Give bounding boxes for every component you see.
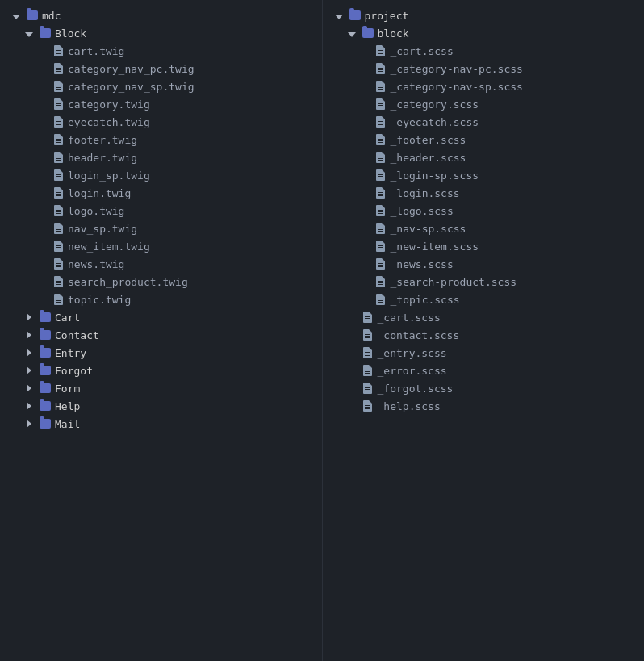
tree-item-_footer_scss[interactable]: _footer.scss xyxy=(323,131,645,149)
chevron-right-icon xyxy=(23,346,36,359)
tree-item-_eyecatch_scss[interactable]: _eyecatch.scss xyxy=(323,113,645,131)
tree-item-_cart_scss[interactable]: _cart.scss xyxy=(323,42,645,60)
folder-icon xyxy=(39,328,52,341)
tree-item-project[interactable]: project xyxy=(323,6,645,24)
item-label-footer_twig: footer.twig xyxy=(68,134,137,146)
tree-item-_login_scss[interactable]: _login.scss xyxy=(323,184,645,202)
chevron-right-icon xyxy=(23,328,36,341)
chevron-down-icon xyxy=(332,9,345,22)
tree-item-forgot_folder[interactable]: Forgot xyxy=(0,362,322,379)
tree-item-footer_twig[interactable]: footer.twig xyxy=(0,131,322,149)
tree-item-logo_twig[interactable]: logo.twig xyxy=(0,202,322,220)
tree-item-help_folder[interactable]: Help xyxy=(0,397,322,415)
file-icon xyxy=(374,222,387,235)
tree-item-cart_folder[interactable]: Cart xyxy=(0,308,322,326)
tree-item-_nav_sp_scss[interactable]: _nav-sp.scss xyxy=(323,220,645,237)
item-label-category_nav_sp_twig: category_nav_sp.twig xyxy=(68,81,194,93)
item-label-mail_folder: Mail xyxy=(55,418,80,430)
file-icon xyxy=(52,151,65,164)
tree-item-_logo_scss[interactable]: _logo.scss xyxy=(323,202,645,220)
folder-icon xyxy=(39,346,52,359)
file-icon xyxy=(374,293,387,306)
tree-item-mail_folder[interactable]: Mail xyxy=(0,415,322,433)
item-label-_cart_scss: _cart.scss xyxy=(391,45,454,57)
item-label-form_folder: Form xyxy=(55,383,80,395)
item-label-cart_twig: cart.twig xyxy=(68,45,124,57)
tree-item-_search_product_scss[interactable]: _search-product.scss xyxy=(323,273,645,291)
tree-item-news_twig[interactable]: news.twig xyxy=(0,255,322,273)
tree-item-_cart_scss_r[interactable]: _cart.scss xyxy=(323,308,645,326)
file-icon xyxy=(374,115,387,128)
tree-item-contact_folder[interactable]: Contact xyxy=(0,326,322,344)
item-label-_nav_sp_scss: _nav-sp.scss xyxy=(391,223,466,235)
tree-item-new_item_twig[interactable]: new_item.twig xyxy=(0,237,322,255)
file-icon xyxy=(362,311,374,324)
item-label-mdc: mdc xyxy=(42,10,61,22)
file-icon xyxy=(374,204,387,217)
tree-item-_error_scss[interactable]: _error.scss xyxy=(323,362,645,379)
item-label-contact_folder: Contact xyxy=(55,329,99,341)
file-icon xyxy=(52,293,65,306)
tree-item-nav_sp_twig[interactable]: nav_sp.twig xyxy=(0,220,322,237)
item-label-category_twig: category.twig xyxy=(68,98,150,111)
tree-item-login_twig[interactable]: login.twig xyxy=(0,184,322,202)
tree-item-_login_sp_scss[interactable]: _login-sp.scss xyxy=(323,166,645,184)
file-icon xyxy=(374,240,387,253)
folder-icon xyxy=(39,417,52,430)
tree-item-_category_scss[interactable]: _category.scss xyxy=(323,95,645,113)
tree-item-_forgot_scss[interactable]: _forgot.scss xyxy=(323,379,645,397)
tree-item-cart_twig[interactable]: cart.twig xyxy=(0,42,322,60)
file-icon xyxy=(52,98,65,111)
item-label-_category_nav_pc_scss: _category-nav-pc.scss xyxy=(391,63,523,75)
item-label-forgot_folder: Forgot xyxy=(55,365,93,377)
tree-item-eyecatch_twig[interactable]: eyecatch.twig xyxy=(0,113,322,131)
chevron-right-icon xyxy=(23,364,36,377)
folder-icon xyxy=(362,27,374,40)
tree-item-category_nav_sp_twig[interactable]: category_nav_sp.twig xyxy=(0,77,322,95)
tree-item-block[interactable]: Block xyxy=(0,24,322,42)
item-label-_header_scss: _header.scss xyxy=(391,152,466,164)
tree-item-mdc[interactable]: mdc xyxy=(0,6,322,24)
item-label-help_folder: Help xyxy=(55,400,80,412)
item-label-_error_scss: _error.scss xyxy=(378,365,447,377)
tree-item-_category_nav_sp_scss[interactable]: _category-nav-sp.scss xyxy=(323,77,645,95)
file-icon xyxy=(374,169,387,182)
folder-icon xyxy=(39,364,52,377)
tree-item-category_twig[interactable]: category.twig xyxy=(0,95,322,113)
tree-item-block_r[interactable]: block xyxy=(323,24,645,42)
tree-item-_news_scss[interactable]: _news.scss xyxy=(323,255,645,273)
item-label-entry_folder: Entry xyxy=(55,347,86,359)
file-icon xyxy=(374,186,387,199)
tree-item-_contact_scss[interactable]: _contact.scss xyxy=(323,326,645,344)
tree-item-header_twig[interactable]: header.twig xyxy=(0,149,322,166)
tree-item-topic_twig[interactable]: topic.twig xyxy=(0,291,322,308)
tree-item-_new_item_scss[interactable]: _new-item.scss xyxy=(323,237,645,255)
tree-item-_header_scss[interactable]: _header.scss xyxy=(323,149,645,166)
item-label-_cart_scss_r: _cart.scss xyxy=(378,312,441,324)
chevron-right-icon xyxy=(23,400,36,412)
file-icon xyxy=(362,364,374,377)
tree-item-entry_folder[interactable]: Entry xyxy=(0,344,322,362)
file-icon xyxy=(52,44,65,57)
tree-item-_entry_scss[interactable]: _entry.scss xyxy=(323,344,645,362)
tree-item-form_folder[interactable]: Form xyxy=(0,379,322,397)
folder-icon xyxy=(349,9,362,22)
tree-item-_help_scss[interactable]: _help.scss xyxy=(323,397,645,415)
tree-item-_topic_scss[interactable]: _topic.scss xyxy=(323,291,645,308)
item-label-_news_scss: _news.scss xyxy=(391,258,454,270)
folder-icon xyxy=(39,400,52,412)
chevron-down-icon xyxy=(345,27,358,40)
item-label-nav_sp_twig: nav_sp.twig xyxy=(68,223,137,235)
item-label-_topic_scss: _topic.scss xyxy=(391,294,460,306)
tree-item-category_nav_pc_twig[interactable]: category_nav_pc.twig xyxy=(0,60,322,77)
tree-item-search_product_twig[interactable]: search_product.twig xyxy=(0,273,322,291)
item-label-_eyecatch_scss: _eyecatch.scss xyxy=(391,116,479,128)
tree-item-login_sp_twig[interactable]: login_sp.twig xyxy=(0,166,322,184)
file-icon xyxy=(374,275,387,288)
folder-icon xyxy=(39,382,52,395)
folder-icon xyxy=(39,311,52,324)
item-label-_footer_scss: _footer.scss xyxy=(391,134,466,146)
item-label-topic_twig: topic.twig xyxy=(68,294,131,306)
tree-item-_category_nav_pc_scss[interactable]: _category-nav-pc.scss xyxy=(323,60,645,77)
file-icon xyxy=(374,44,387,57)
